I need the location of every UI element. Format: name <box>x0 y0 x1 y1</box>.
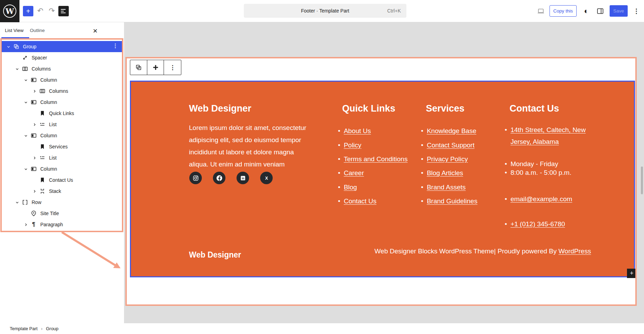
options-icon[interactable]: ⋮ <box>113 42 118 49</box>
list-view-item-column[interactable]: Column <box>1 130 123 141</box>
list-view-item-group[interactable]: Group⋮ <box>1 41 123 52</box>
list-view-item-columns[interactable]: Columns <box>1 85 123 97</box>
chevron-down-icon[interactable] <box>22 99 30 106</box>
footer-link[interactable]: Blog <box>344 184 357 191</box>
chevron-down-icon[interactable] <box>13 65 21 72</box>
breadcrumb-root[interactable]: Template Part <box>10 326 38 331</box>
block-options-button[interactable]: ⋮ <box>164 60 181 75</box>
list-view-item-contact-us[interactable]: Contact Us <box>1 174 123 186</box>
phone-link[interactable]: +1 (012) 345-6780 <box>511 220 565 228</box>
credits-paragraph: Web Designer Blocks WordPress Theme| Pro… <box>374 247 591 255</box>
undo-icon: ↶ <box>37 7 43 15</box>
list-view-item-stack[interactable]: Stack <box>1 186 123 197</box>
canvas-scrollbar[interactable] <box>641 166 643 194</box>
footer-link[interactable]: Knowledge Base <box>427 127 477 135</box>
contrast-icon: ◐ <box>584 7 588 15</box>
list-view-item-quick-links[interactable]: Quick Links <box>1 108 123 119</box>
wordpress-site-editor: W + ↶ ↷ Footer · Template Part Ctrl+K Co… <box>0 0 644 334</box>
footer-link[interactable]: Career <box>344 169 364 177</box>
x-icon[interactable]: X <box>260 172 273 184</box>
footer-link[interactable]: Contact Support <box>427 141 474 149</box>
block-inserter-button[interactable]: + <box>23 6 33 16</box>
copy-this-button[interactable]: Copy this <box>550 5 577 17</box>
redo-button[interactable]: ↷ <box>47 6 57 16</box>
breadcrumb-current[interactable]: Group <box>46 326 58 331</box>
chevron-right-icon[interactable] <box>31 154 38 161</box>
footer-link[interactable]: Brand Guidelines <box>427 197 478 205</box>
group-block-icon <box>12 42 20 51</box>
list-view-toggle-button[interactable] <box>58 6 69 16</box>
document-title-bar[interactable]: Footer · Template Part Ctrl+K <box>244 4 406 18</box>
list-view-item-paragraph[interactable]: ¶Paragraph <box>1 219 123 230</box>
undo-button[interactable]: ↶ <box>35 6 46 16</box>
chevron-down-icon[interactable] <box>22 165 30 172</box>
style-book-button[interactable]: ◐ <box>581 6 591 16</box>
footer-link[interactable]: Blog Articles <box>427 169 463 177</box>
list-view-item-column[interactable]: Column <box>1 97 123 108</box>
list-item: •Blog Articles <box>421 166 477 180</box>
footer-link[interactable]: Contact Us <box>344 197 377 205</box>
footer-link[interactable]: About Us <box>344 127 371 135</box>
block-label: Stack <box>49 188 61 194</box>
list-view-item-column[interactable]: Column <box>1 74 123 85</box>
bullet: • <box>421 184 423 191</box>
template-part-button[interactable] <box>130 60 147 75</box>
more-options-icon: ⋮ <box>633 7 639 15</box>
svg-text:in: in <box>241 177 244 180</box>
block-label: Services <box>49 144 68 149</box>
document-title: Footer · Template Part <box>244 4 406 18</box>
chevron-down-icon[interactable] <box>22 132 30 139</box>
footer-template-part[interactable]: Web Designer Lorem ipsum dolor sit amet,… <box>130 81 635 277</box>
linkedin-icon[interactable]: in <box>237 172 249 184</box>
chevron-right-icon[interactable] <box>31 188 38 195</box>
block-tree: Group⋮SpacerColumnsColumnColumnsColumnQu… <box>0 41 124 230</box>
list-block-icon <box>38 120 47 129</box>
options-menu-button[interactable]: ⋮ <box>631 6 641 16</box>
address-link[interactable]: 14th Street, Caltech, New Jersey, Alabam… <box>511 124 592 148</box>
tab-outline[interactable]: Outline <box>30 22 45 38</box>
block-label: Column <box>40 166 57 172</box>
block-appender-button[interactable]: + <box>627 269 636 278</box>
list-view-item-list[interactable]: List <box>1 119 123 130</box>
list-view-item-column[interactable]: Column <box>1 163 123 174</box>
wordpress-logo[interactable]: W <box>0 0 19 22</box>
chevron-right-icon[interactable] <box>31 121 38 128</box>
quick-links-heading: Quick Links <box>342 103 395 114</box>
chevron-down-icon[interactable] <box>5 43 12 50</box>
chevron-down-icon[interactable] <box>22 76 30 83</box>
list-view-item-site-title[interactable]: Site Title <box>1 208 123 219</box>
list-item: •Knowledge Base <box>421 124 477 138</box>
list-view-item-services[interactable]: Services <box>1 141 123 152</box>
group-block-icon <box>135 64 142 71</box>
list-view-item-spacer[interactable]: Spacer <box>1 52 123 63</box>
tab-list-view[interactable]: List View <box>5 22 24 38</box>
chevron-down-icon[interactable] <box>13 199 21 206</box>
footer-link[interactable]: Privacy Policy <box>427 155 468 163</box>
chevron-spacer <box>22 210 30 217</box>
site-title[interactable]: Web Designer <box>189 250 241 260</box>
chevron-right-icon[interactable] <box>22 221 30 228</box>
list-view-item-columns[interactable]: Columns <box>1 63 123 74</box>
save-button[interactable]: Save <box>610 5 628 17</box>
wordpress-link[interactable]: WordPress <box>559 247 591 255</box>
list-item: •Brand Assets <box>421 180 477 194</box>
preview-device-button[interactable] <box>536 6 546 16</box>
list-text: Monday - Friday <box>511 160 558 168</box>
toolbar-action-button[interactable] <box>147 60 164 75</box>
chevron-right-icon[interactable] <box>31 88 38 95</box>
bullet: • <box>505 195 507 203</box>
email-link[interactable]: email@example.com <box>511 195 572 203</box>
instagram-icon[interactable] <box>189 172 202 184</box>
footer-link[interactable]: Brand Assets <box>427 184 466 191</box>
facebook-icon[interactable] <box>213 172 225 184</box>
settings-panel-toggle[interactable] <box>595 6 605 16</box>
footer-link[interactable]: Policy <box>344 141 362 149</box>
list-view-item-row[interactable]: Row <box>1 197 123 208</box>
list-view-item-list[interactable]: List <box>1 152 123 163</box>
footer-link[interactable]: Terms and Conditions <box>344 155 408 163</box>
chevron-spacer <box>31 110 38 117</box>
svg-text:X: X <box>265 176 268 180</box>
close-list-view-button[interactable]: ✕ <box>90 26 100 36</box>
services-list: •Knowledge Base•Contact Support•Privacy … <box>421 124 477 208</box>
block-label: List <box>49 155 57 161</box>
